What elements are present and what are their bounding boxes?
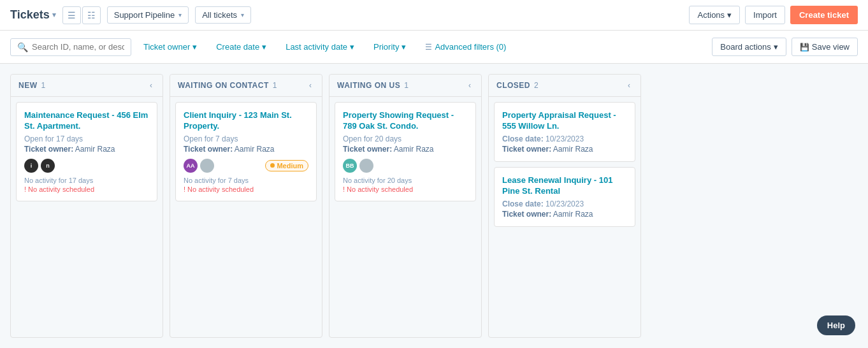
view-toggle: ☰ ☷ bbox=[62, 6, 101, 24]
col-title-row: CLOSED 2 bbox=[496, 81, 539, 90]
card-title: Property Showing Request - 789 Oak St. C… bbox=[343, 110, 468, 132]
search-wrap[interactable]: 🔍 bbox=[10, 38, 131, 56]
card-avatars: in bbox=[24, 159, 55, 173]
column-waiting-on-contact: WAITING ON CONTACT 1 ‹ Client Inquiry - … bbox=[170, 74, 322, 338]
avatar bbox=[200, 159, 214, 173]
card-activity: No activity for 17 days bbox=[24, 177, 149, 184]
card-close-date: Close date: 10/23/2023 bbox=[502, 134, 627, 143]
top-bar: Tickets ▾ ☰ ☷ Support Pipeline ▾ All tic… bbox=[0, 0, 868, 31]
app-title-text: Tickets bbox=[10, 8, 50, 22]
list-view-button[interactable]: ☰ bbox=[62, 6, 81, 24]
avatar bbox=[359, 159, 373, 173]
save-view-label: Save view bbox=[812, 42, 850, 52]
card-activity: No activity for 20 days bbox=[343, 177, 468, 184]
card-owner: Ticket owner: Aamir Raza bbox=[343, 145, 468, 154]
board-actions-caret-icon: ▾ bbox=[774, 42, 778, 52]
card[interactable]: Property Showing Request - 789 Oak St. C… bbox=[335, 102, 476, 201]
top-bar-right: Actions ▾ Import Create ticket bbox=[689, 6, 858, 24]
filter-bar-right: Board actions ▾ 💾 Save view bbox=[712, 38, 858, 56]
column-body-waiting-on-contact: Client Inquiry - 123 Main St. Property. … bbox=[170, 97, 322, 337]
card-footer: BB bbox=[343, 159, 468, 173]
top-bar-left: Tickets ▾ ☰ ☷ Support Pipeline ▾ All tic… bbox=[10, 6, 251, 24]
last-activity-filter-button[interactable]: Last activity date ▾ bbox=[278, 38, 361, 55]
col-title-row: WAITING ON CONTACT 1 bbox=[178, 81, 277, 90]
save-view-button[interactable]: 💾 Save view bbox=[792, 38, 858, 56]
tickets-filter-caret-icon: ▾ bbox=[241, 11, 244, 18]
column-waiting-on-us: WAITING ON US 1 ‹ Property Showing Reque… bbox=[329, 74, 482, 338]
card-owner: Ticket owner: Aamir Raza bbox=[502, 210, 627, 219]
create-ticket-button[interactable]: Create ticket bbox=[790, 6, 858, 24]
search-icon: 🔍 bbox=[17, 42, 28, 52]
app-title-caret-icon: ▾ bbox=[52, 11, 56, 19]
col-collapse-button[interactable]: ‹ bbox=[625, 80, 633, 91]
col-collapse-button[interactable]: ‹ bbox=[307, 80, 314, 91]
card-title: Maintenance Request - 456 Elm St. Apartm… bbox=[24, 110, 149, 132]
board-actions-button[interactable]: Board actions ▾ bbox=[712, 38, 786, 56]
priority-label: Priority bbox=[373, 42, 399, 52]
import-button[interactable]: Import bbox=[745, 6, 785, 24]
filter-bar-left: 🔍 Ticket owner ▾ Create date ▾ Last acti… bbox=[10, 38, 513, 56]
card-close-date: Close date: 10/23/2023 bbox=[502, 199, 627, 208]
last-activity-label: Last activity date bbox=[286, 42, 347, 52]
card[interactable]: Client Inquiry - 123 Main St. Property. … bbox=[175, 102, 317, 201]
advanced-filters-button[interactable]: ☰ Advanced filters (0) bbox=[418, 38, 513, 55]
actions-caret-icon: ▾ bbox=[727, 10, 732, 20]
card-title: Client Inquiry - 123 Main St. Property. bbox=[184, 110, 308, 132]
card-avatars: AA bbox=[184, 159, 214, 173]
card-title: Lease Renewal Inquiry - 101 Pine St. Ren… bbox=[502, 175, 627, 197]
filter-bar: 🔍 Ticket owner ▾ Create date ▾ Last acti… bbox=[0, 31, 868, 64]
card-avatars: BB bbox=[343, 159, 373, 173]
board: NEW 1 ‹ Maintenance Request - 456 Elm St… bbox=[0, 64, 868, 348]
app-title[interactable]: Tickets ▾ bbox=[10, 8, 56, 22]
priority-dot-icon bbox=[270, 163, 275, 168]
actions-button[interactable]: Actions ▾ bbox=[689, 6, 740, 24]
priority-caret-icon: ▾ bbox=[401, 42, 406, 52]
import-label: Import bbox=[753, 10, 777, 20]
card-activity-warn: ! No activity scheduled bbox=[184, 185, 308, 193]
card[interactable]: Property Appraisal Request - 555 Willow … bbox=[494, 102, 635, 162]
last-activity-caret-icon: ▾ bbox=[350, 42, 354, 52]
col-count: 1 bbox=[273, 81, 277, 90]
column-header-waiting-on-us: WAITING ON US 1 ‹ bbox=[329, 75, 481, 97]
ticket-owner-filter-button[interactable]: Ticket owner ▾ bbox=[136, 38, 204, 55]
col-collapse-button[interactable]: ‹ bbox=[147, 80, 155, 91]
col-count: 1 bbox=[404, 81, 409, 90]
card-activity: No activity for 7 days bbox=[184, 177, 308, 184]
col-count: 2 bbox=[534, 81, 539, 90]
col-title: WAITING ON CONTACT bbox=[178, 81, 269, 90]
help-button[interactable]: Help bbox=[817, 315, 855, 335]
col-title: NEW bbox=[18, 81, 38, 90]
column-header-waiting-on-contact: WAITING ON CONTACT 1 ‹ bbox=[170, 75, 322, 97]
column-header-new: NEW 1 ‹ bbox=[11, 75, 163, 97]
card[interactable]: Lease Renewal Inquiry - 101 Pine St. Ren… bbox=[494, 167, 635, 227]
col-title: CLOSED bbox=[496, 81, 530, 90]
ticket-owner-caret-icon: ▾ bbox=[192, 42, 197, 52]
card[interactable]: Maintenance Request - 456 Elm St. Apartm… bbox=[16, 102, 157, 201]
search-input[interactable] bbox=[32, 42, 124, 52]
grid-view-button[interactable]: ☷ bbox=[82, 6, 101, 24]
tickets-filter-label: All tickets bbox=[202, 10, 237, 20]
column-closed: CLOSED 2 ‹ Property Appraisal Request - … bbox=[488, 74, 641, 338]
pipeline-label: Support Pipeline bbox=[114, 10, 175, 20]
advanced-filters-label: Advanced filters (0) bbox=[435, 42, 506, 52]
card-owner: Ticket owner: Aamir Raza bbox=[502, 145, 627, 154]
col-collapse-button[interactable]: ‹ bbox=[466, 80, 474, 91]
avatar: BB bbox=[343, 159, 357, 173]
pipeline-select[interactable]: Support Pipeline ▾ bbox=[107, 6, 189, 24]
priority-filter-button[interactable]: Priority ▾ bbox=[366, 38, 413, 55]
col-title-row: WAITING ON US 1 bbox=[337, 81, 409, 90]
tickets-filter-select[interactable]: All tickets ▾ bbox=[195, 6, 251, 24]
card-status: Open for 7 days bbox=[184, 134, 308, 143]
create-date-filter-button[interactable]: Create date ▾ bbox=[209, 38, 273, 55]
avatar: AA bbox=[184, 159, 198, 173]
card-footer: in bbox=[24, 159, 149, 173]
pipeline-caret-icon: ▾ bbox=[178, 11, 182, 18]
ticket-owner-label: Ticket owner bbox=[143, 42, 190, 52]
priority-badge: Medium bbox=[265, 160, 308, 171]
board-actions-label: Board actions bbox=[720, 42, 771, 52]
column-body-closed: Property Appraisal Request - 555 Willow … bbox=[489, 97, 640, 337]
avatar: i bbox=[24, 159, 38, 173]
col-title-row: NEW 1 bbox=[18, 81, 45, 90]
card-activity-warn: ! No activity scheduled bbox=[24, 185, 149, 193]
create-ticket-label: Create ticket bbox=[799, 10, 849, 20]
